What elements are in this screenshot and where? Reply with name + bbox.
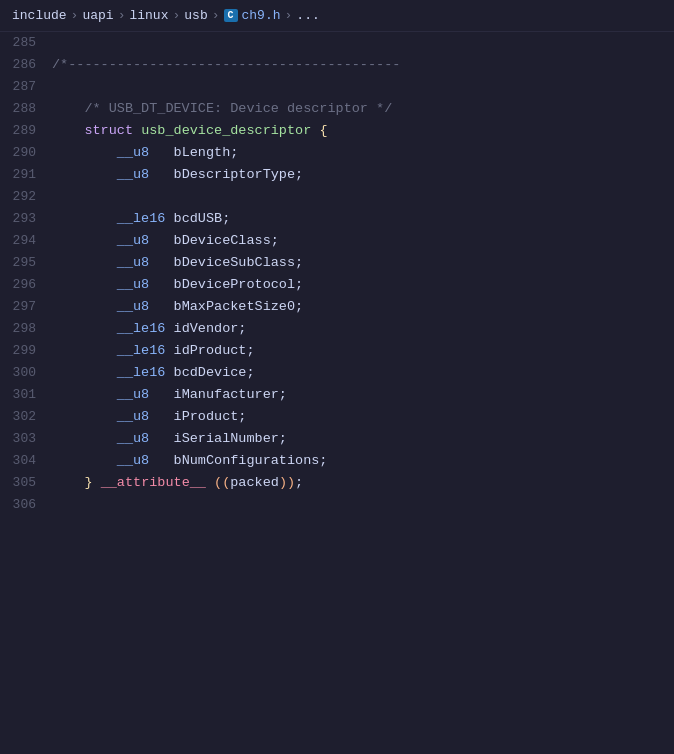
breadcrumb-c-badge: C [224,9,238,22]
line-content: __le16 idProduct; [52,340,255,362]
breadcrumb-bar: include › uapi › linux › usb › C ch9.h ›… [0,0,674,32]
code-line: 285 [0,32,674,54]
line-content: __u8 iSerialNumber; [52,428,287,450]
line-content: __u8 bMaxPacketSize0; [52,296,303,318]
line-content: __u8 bDeviceClass; [52,230,279,252]
line-number: 298 [0,318,52,340]
line-content: __u8 iProduct; [52,406,246,428]
code-line: 304 __u8 bNumConfigurations; [0,450,674,472]
line-content: __u8 bDeviceProtocol; [52,274,303,296]
line-number: 306 [0,494,52,516]
line-content: __le16 idVendor; [52,318,246,340]
code-line: 299 __le16 idProduct; [0,340,674,362]
code-line: 292 [0,186,674,208]
code-line: 295 __u8 bDeviceSubClass; [0,252,674,274]
code-line: 298 __le16 idVendor; [0,318,674,340]
code-line: 300 __le16 bcdDevice; [0,362,674,384]
line-number: 297 [0,296,52,318]
line-number: 302 [0,406,52,428]
line-number: 294 [0,230,52,252]
code-line: 286 /*----------------------------------… [0,54,674,76]
line-content: __u8 bDescriptorType; [52,164,303,186]
breadcrumb-usb[interactable]: usb [184,8,207,23]
line-number: 290 [0,142,52,164]
line-number: 288 [0,98,52,120]
line-number: 286 [0,54,52,76]
line-number: 292 [0,186,52,208]
line-content: /* USB_DT_DEVICE: Device descriptor */ [52,98,392,120]
breadcrumb-sep-3: › [172,8,180,23]
code-line: 294 __u8 bDeviceClass; [0,230,674,252]
breadcrumb-uapi[interactable]: uapi [82,8,113,23]
breadcrumb-ellipsis: ... [296,8,319,23]
code-line: 287 [0,76,674,98]
line-number: 301 [0,384,52,406]
code-line: 291 __u8 bDescriptorType; [0,164,674,186]
code-line: 306 [0,494,674,516]
code-container: 285 286 /*------------------------------… [0,32,674,516]
line-number: 293 [0,208,52,230]
line-number: 299 [0,340,52,362]
breadcrumb-filename[interactable]: ch9.h [242,8,281,23]
breadcrumb-sep-4: › [212,8,220,23]
line-content: } __attribute__ ((packed)); [52,472,303,494]
line-number: 304 [0,450,52,472]
code-line: 303 __u8 iSerialNumber; [0,428,674,450]
code-line: 293 __le16 bcdUSB; [0,208,674,230]
line-content: /*--------------------------------------… [52,54,400,76]
line-number: 295 [0,252,52,274]
line-content: __le16 bcdUSB; [52,208,230,230]
code-line: 305 } __attribute__ ((packed)); [0,472,674,494]
breadcrumb-sep-5: › [285,8,293,23]
breadcrumb-sep-1: › [71,8,79,23]
line-number: 305 [0,472,52,494]
breadcrumb-linux[interactable]: linux [129,8,168,23]
code-line: 297 __u8 bMaxPacketSize0; [0,296,674,318]
line-content: __u8 bNumConfigurations; [52,450,327,472]
line-number: 287 [0,76,52,98]
line-content: __u8 bDeviceSubClass; [52,252,303,274]
line-number: 289 [0,120,52,142]
line-number: 285 [0,32,52,54]
line-content: struct usb_device_descriptor { [52,120,327,142]
line-content: __u8 bLength; [52,142,238,164]
code-line: 301 __u8 iManufacturer; [0,384,674,406]
line-number: 303 [0,428,52,450]
line-content: __le16 bcdDevice; [52,362,255,384]
code-line: 290 __u8 bLength; [0,142,674,164]
line-number: 300 [0,362,52,384]
line-number: 291 [0,164,52,186]
line-number: 296 [0,274,52,296]
breadcrumb-include[interactable]: include [12,8,67,23]
code-line: 296 __u8 bDeviceProtocol; [0,274,674,296]
code-line: 289 struct usb_device_descriptor { [0,120,674,142]
breadcrumb-sep-2: › [118,8,126,23]
code-line: 302 __u8 iProduct; [0,406,674,428]
code-line: 288 /* USB_DT_DEVICE: Device descriptor … [0,98,674,120]
line-content: __u8 iManufacturer; [52,384,287,406]
